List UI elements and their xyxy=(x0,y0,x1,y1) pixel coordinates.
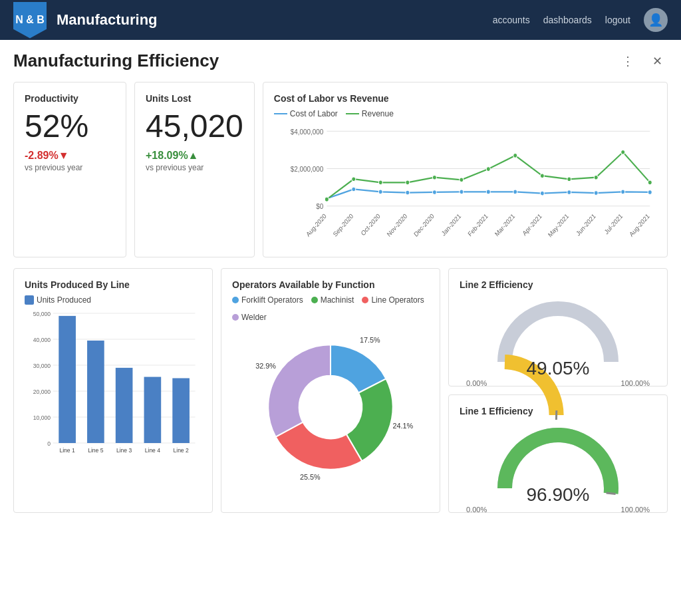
operators-legend: Forklift Operators Machinist Line Operat… xyxy=(232,295,429,322)
page-title: Manufacturing Efficiency xyxy=(13,51,616,71)
donut-chart: 17.5%24.1%25.5%32.9% xyxy=(232,327,429,487)
svg-text:Mar-2021: Mar-2021 xyxy=(493,212,516,238)
svg-text:Line 3: Line 3 xyxy=(116,447,132,454)
bottom-row: Units Produced By Line Units Produced 50… xyxy=(13,268,668,513)
cost-labor-title: Cost of Labor vs Revenue xyxy=(274,93,656,104)
svg-point-13 xyxy=(513,190,517,194)
svg-text:Dec-2020: Dec-2020 xyxy=(412,212,436,238)
svg-point-15 xyxy=(567,190,571,195)
app-name: Manufacturing xyxy=(57,11,493,29)
svg-point-8 xyxy=(378,190,382,194)
units-by-line-card: Units Produced By Line Units Produced 50… xyxy=(13,268,213,513)
svg-point-27 xyxy=(540,174,544,178)
units-lost-change: +18.09%▲ xyxy=(146,150,243,162)
svg-point-22 xyxy=(406,180,410,185)
svg-rect-57 xyxy=(59,316,76,443)
legend-labor: Cost of Labor xyxy=(274,109,338,118)
svg-point-7 xyxy=(352,187,356,192)
nav-logout[interactable]: logout xyxy=(605,15,630,25)
productivity-card: Productivity 52% -2.89%▼ vs previous yea… xyxy=(13,82,126,257)
avatar[interactable]: 👤 xyxy=(644,8,668,32)
units-lost-value: 45,020 xyxy=(146,109,243,144)
svg-text:0: 0 xyxy=(47,440,51,447)
header-nav: accounts dashboards logout 👤 xyxy=(493,8,668,32)
svg-point-19 xyxy=(325,197,329,202)
svg-point-12 xyxy=(486,190,490,194)
svg-point-9 xyxy=(406,190,410,195)
legend-units-produced: Units Produced xyxy=(25,295,91,305)
units-lost-card: Units Lost 45,020 +18.09%▲ vs previous y… xyxy=(134,82,255,257)
svg-text:Jun-2021: Jun-2021 xyxy=(575,212,597,237)
svg-point-30 xyxy=(621,150,625,154)
svg-text:Aug-2020: Aug-2020 xyxy=(305,212,328,238)
cost-labor-card: Cost of Labor vs Revenue Cost of Labor R… xyxy=(263,82,668,257)
units-legend: Units Produced xyxy=(25,295,202,305)
svg-rect-63 xyxy=(144,377,162,443)
main-content: Manufacturing Efficiency ⋮ ✕ Productivit… xyxy=(0,40,681,616)
svg-point-29 xyxy=(594,175,598,180)
svg-text:10,000: 10,000 xyxy=(33,414,51,421)
svg-rect-59 xyxy=(87,341,104,443)
svg-rect-65 xyxy=(172,379,190,444)
svg-point-21 xyxy=(378,180,382,185)
svg-text:Sep-2020: Sep-2020 xyxy=(331,212,354,238)
svg-text:50,000: 50,000 xyxy=(33,311,51,317)
svg-text:$2,000,000: $2,000,000 xyxy=(291,164,324,173)
svg-text:Jul-2021: Jul-2021 xyxy=(603,212,623,236)
close-button[interactable]: ✕ xyxy=(647,51,668,71)
svg-text:20,000: 20,000 xyxy=(33,388,51,395)
line1-gauge-container: 96.90% 0.00% 100.00% xyxy=(460,422,656,502)
svg-point-23 xyxy=(432,175,436,180)
svg-text:Jan-2021: Jan-2021 xyxy=(440,212,462,237)
productivity-value: 52% xyxy=(25,109,115,144)
svg-text:Apr-2021: Apr-2021 xyxy=(521,212,543,237)
productivity-vs: vs previous year xyxy=(25,163,115,172)
units-lost-vs: vs previous year xyxy=(146,163,243,172)
line2-gauge-container: 49.05% 0.00% 100.00% xyxy=(460,295,656,375)
productivity-change: -2.89%▼ xyxy=(25,150,115,162)
svg-text:24.1%: 24.1% xyxy=(392,422,413,430)
svg-text:$4,000,000: $4,000,000 xyxy=(291,127,324,136)
svg-point-20 xyxy=(352,177,356,182)
svg-point-10 xyxy=(432,190,436,195)
line2-title: Line 2 Efficiency xyxy=(460,279,656,290)
svg-point-26 xyxy=(513,153,517,158)
svg-text:Line 4: Line 4 xyxy=(145,447,160,454)
labor-revenue-chart: $4,000,000$2,000,000$0Aug-2020Sep-2020Oc… xyxy=(274,124,656,243)
legend-machinist: Machinist xyxy=(311,295,354,305)
svg-text:Feb-2021: Feb-2021 xyxy=(466,212,489,238)
svg-text:40,000: 40,000 xyxy=(33,337,51,343)
legend-line-operators: Line Operators xyxy=(362,295,424,305)
svg-text:Line 2: Line 2 xyxy=(173,447,188,454)
svg-text:May-2021: May-2021 xyxy=(547,212,570,239)
svg-text:$0: $0 xyxy=(316,202,323,211)
legend-forklift: Forklift Operators xyxy=(232,295,303,305)
cost-labor-legend: Cost of Labor Revenue xyxy=(274,109,656,118)
svg-rect-61 xyxy=(116,368,133,443)
line1-labels: 0.00% 100.00% xyxy=(460,506,656,514)
svg-text:30,000: 30,000 xyxy=(33,363,51,369)
nav-dashboards[interactable]: dashboards xyxy=(543,15,592,25)
svg-point-11 xyxy=(460,190,464,194)
svg-point-17 xyxy=(621,190,625,194)
svg-point-16 xyxy=(594,191,598,196)
units-by-line-title: Units Produced By Line xyxy=(25,279,202,290)
svg-point-25 xyxy=(486,167,490,172)
operators-title: Operators Available by Function xyxy=(232,279,429,290)
bar-chart: 50,00040,00030,00020,00010,0000Line 1Lin… xyxy=(25,310,202,463)
legend-welder: Welder xyxy=(232,313,267,322)
nav-accounts[interactable]: accounts xyxy=(493,15,530,25)
logo-badge: N & B xyxy=(13,2,47,39)
page-header: Manufacturing Efficiency ⋮ ✕ xyxy=(13,51,668,71)
more-options-button[interactable]: ⋮ xyxy=(616,51,639,71)
line2-labels: 0.00% 100.00% xyxy=(460,379,656,387)
line2-efficiency-card: Line 2 Efficiency 49.05% 0.00% 100.00% xyxy=(448,268,668,386)
svg-text:Nov-2020: Nov-2020 xyxy=(385,212,408,238)
svg-point-18 xyxy=(648,190,652,195)
svg-point-28 xyxy=(567,177,571,182)
efficiency-cards: Line 2 Efficiency 49.05% 0.00% 100.00% L… xyxy=(448,268,668,513)
svg-point-24 xyxy=(460,178,464,182)
svg-point-14 xyxy=(540,191,544,196)
svg-point-31 xyxy=(648,180,652,185)
svg-text:Oct-2020: Oct-2020 xyxy=(359,212,381,237)
